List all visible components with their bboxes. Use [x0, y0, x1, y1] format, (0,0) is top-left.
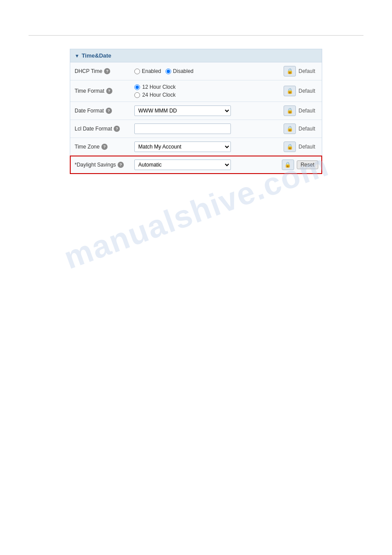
actions-lcl-date-format: 🔒 Default [280, 122, 322, 136]
lock-button-dhcp-time[interactable]: 🔒 [284, 66, 296, 76]
help-icon-dhcp-time[interactable]: ? [104, 68, 110, 74]
label-dhcp-time: DHCP Time ? [70, 66, 132, 76]
actions-time-zone: 🔒 Default [280, 140, 322, 154]
lock-button-date-format[interactable]: 🔒 [284, 105, 296, 116]
lock-button-lcl-date-format[interactable]: 🔒 [284, 123, 296, 134]
collapse-icon[interactable]: ▼ [75, 53, 79, 58]
default-label-date-format: Default [298, 108, 318, 114]
radio-24h-label[interactable]: 24 Hour Clock [134, 92, 176, 98]
row-time-zone: Time Zone ? Match My Account UTC UTC-5 U… [70, 138, 322, 156]
row-dhcp-time: DHCP Time ? Enabled Disabled 🔒 Default [70, 62, 322, 80]
time-format-radio-group: 12 Hour Clock 24 Hour Clock [134, 84, 176, 98]
select-daylight-savings[interactable]: Automatic On Off [134, 160, 231, 170]
default-label-dhcp-time: Default [298, 68, 318, 74]
help-icon-lcl-date-format[interactable]: ? [114, 126, 120, 132]
lock-button-time-format[interactable]: 🔒 [284, 86, 296, 96]
default-label-lcl-date-format: Default [298, 126, 318, 132]
radio-enabled[interactable] [134, 69, 140, 74]
row-lcl-date-format: Lcl Date Format ? 🔒 Default [70, 120, 322, 138]
select-time-zone[interactable]: Match My Account UTC UTC-5 UTC+1 [134, 141, 231, 152]
label-time-format: Time Format ? [70, 86, 132, 96]
actions-dhcp-time: 🔒 Default [280, 64, 322, 78]
panel-title: Time&Date [82, 52, 111, 59]
page-container: ▼ Time&Date DHCP Time ? Enabled Disabled [0, 0, 392, 555]
reset-button-daylight-savings[interactable]: Reset [297, 160, 318, 169]
label-time-zone: Time Zone ? [70, 142, 132, 152]
lock-button-time-zone[interactable]: 🔒 [284, 141, 296, 152]
radio-enabled-label[interactable]: Enabled [134, 68, 161, 74]
actions-time-format: 🔒 Default [280, 84, 322, 98]
time-date-panel: ▼ Time&Date DHCP Time ? Enabled Disabled [70, 49, 322, 174]
default-label-time-format: Default [298, 88, 318, 94]
help-icon-daylight-savings[interactable]: ? [118, 162, 124, 168]
select-date-format[interactable]: WWW MMM DD MM/DD/YYYY DD/MM/YYYY YYYY-MM… [134, 105, 231, 116]
row-date-format: Date Format ? WWW MMM DD MM/DD/YYYY DD/M… [70, 102, 322, 120]
help-icon-time-format[interactable]: ? [106, 88, 112, 94]
lock-button-daylight-savings[interactable]: 🔒 [282, 160, 294, 170]
row-daylight-savings: *Daylight Savings ? Automatic On Off 🔒 R… [70, 156, 322, 174]
content-time-zone: Match My Account UTC UTC-5 UTC+1 [132, 140, 280, 154]
radio-12h[interactable] [134, 84, 140, 90]
radio-disabled[interactable] [165, 69, 171, 74]
label-lcl-date-format: Lcl Date Format ? [70, 124, 132, 134]
row-time-format: Time Format ? 12 Hour Clock 24 Hour Cloc… [70, 80, 322, 102]
radio-24h[interactable] [134, 92, 140, 98]
actions-date-format: 🔒 Default [280, 104, 322, 118]
content-date-format: WWW MMM DD MM/DD/YYYY DD/MM/YYYY YYYY-MM… [132, 104, 280, 118]
help-icon-date-format[interactable]: ? [106, 108, 112, 114]
default-label-time-zone: Default [298, 144, 318, 150]
content-daylight-savings: Automatic On Off [132, 158, 278, 172]
radio-disabled-label[interactable]: Disabled [165, 68, 194, 74]
content-lcl-date-format [132, 122, 280, 136]
content-dhcp-time: Enabled Disabled [132, 66, 280, 76]
content-time-format: 12 Hour Clock 24 Hour Clock [132, 82, 280, 100]
actions-daylight-savings: 🔒 Reset [278, 158, 322, 172]
input-lcl-date-format[interactable] [134, 123, 231, 134]
panel-header: ▼ Time&Date [70, 49, 322, 62]
radio-12h-label[interactable]: 12 Hour Clock [134, 84, 176, 90]
label-daylight-savings: *Daylight Savings ? [70, 160, 132, 170]
top-divider [29, 35, 363, 36]
label-date-format: Date Format ? [70, 106, 132, 116]
help-icon-time-zone[interactable]: ? [101, 144, 108, 150]
